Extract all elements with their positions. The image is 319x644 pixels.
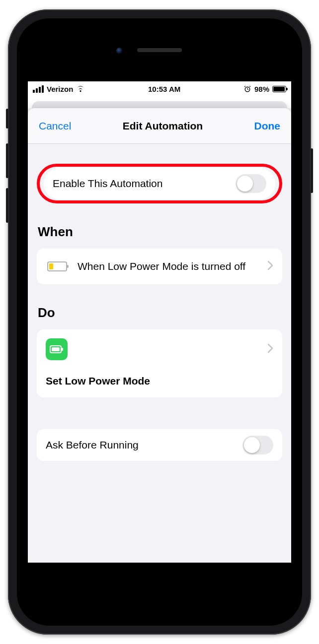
- front-camera: [116, 48, 122, 54]
- enable-automation-label: Enable This Automation: [53, 178, 229, 190]
- phone-inner: Verizon 10:53 AM 98% Canc: [17, 18, 302, 626]
- do-text: Set Low Power Mode: [46, 374, 273, 388]
- cellular-signal-icon: [33, 85, 44, 93]
- status-time: 10:53 AM: [148, 85, 180, 93]
- ask-before-running-label: Ask Before Running: [46, 439, 236, 451]
- do-card: Set Low Power Mode: [37, 329, 282, 397]
- low-battery-icon: [46, 261, 69, 271]
- screen: Verizon 10:53 AM 98% Canc: [28, 81, 291, 563]
- when-text: When Low Power Mode is turned off: [78, 259, 258, 273]
- modal-content: Enable This Automation When: [28, 144, 291, 563]
- power-button: [311, 148, 313, 193]
- toggle-knob: [244, 437, 260, 453]
- battery-icon: [272, 86, 286, 92]
- status-left: Verizon: [33, 85, 85, 93]
- svg-rect-2: [52, 347, 60, 351]
- alarm-icon: [243, 85, 251, 93]
- done-button[interactable]: Done: [254, 120, 281, 132]
- top-bezel: [17, 18, 302, 81]
- wifi-icon: [76, 85, 85, 92]
- volume-down: [6, 188, 8, 223]
- spacer: [37, 397, 282, 429]
- when-row[interactable]: When Low Power Mode is turned off: [46, 249, 273, 284]
- chevron-right-icon: [267, 342, 273, 356]
- carrier-label: Verizon: [47, 85, 73, 93]
- status-right: 98%: [243, 85, 286, 93]
- phone-frame: Verizon 10:53 AM 98% Canc: [8, 9, 311, 635]
- mute-switch: [6, 109, 8, 129]
- ask-before-running-card: Ask Before Running: [37, 429, 282, 461]
- earpiece-speaker: [137, 48, 182, 52]
- highlight-annotation: Enable This Automation: [37, 164, 282, 203]
- modal-title: Edit Automation: [123, 120, 203, 132]
- edit-automation-modal: Cancel Edit Automation Done Enable This …: [28, 108, 291, 563]
- enable-automation-row[interactable]: Enable This Automation: [53, 168, 266, 199]
- when-card: When Low Power Mode is turned off: [37, 249, 282, 284]
- toggle-knob: [237, 176, 253, 192]
- chevron-right-icon: [267, 259, 273, 273]
- low-power-mode-app-icon: [46, 338, 68, 360]
- background-sheet: [28, 96, 291, 108]
- status-bar: Verizon 10:53 AM 98%: [28, 81, 291, 96]
- cancel-button[interactable]: Cancel: [39, 120, 71, 132]
- battery-percent: 98%: [254, 85, 269, 93]
- ask-before-running-toggle[interactable]: [242, 436, 273, 454]
- ask-before-running-row[interactable]: Ask Before Running: [46, 429, 273, 461]
- enable-automation-card: Enable This Automation: [44, 168, 275, 199]
- volume-up: [6, 143, 8, 178]
- modal-header: Cancel Edit Automation Done: [28, 108, 291, 144]
- do-row[interactable]: Set Low Power Mode: [46, 329, 273, 397]
- enable-automation-toggle[interactable]: [236, 174, 266, 193]
- svg-rect-1: [62, 348, 63, 351]
- when-section-title: When: [38, 224, 281, 240]
- do-section-title: Do: [38, 305, 281, 321]
